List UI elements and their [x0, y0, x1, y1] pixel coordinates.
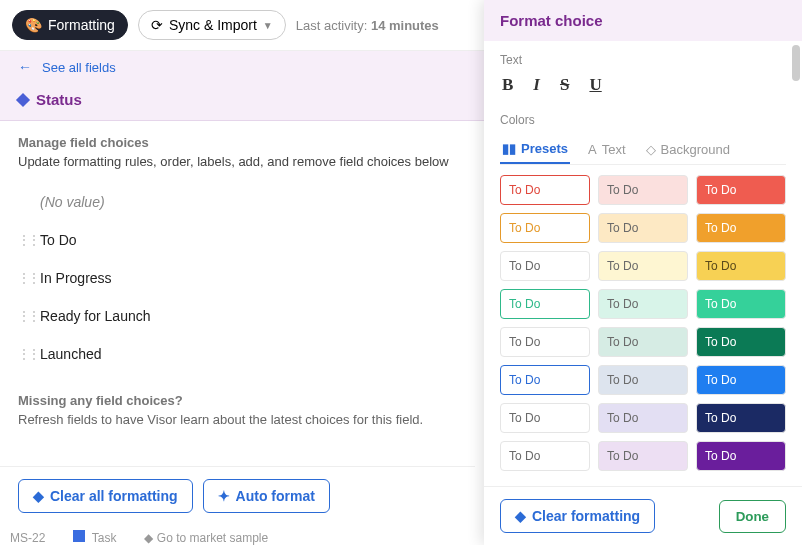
swatch-row: To DoTo DoTo Do [500, 365, 786, 395]
color-preset-swatch[interactable]: To Do [500, 213, 590, 243]
color-preset-swatch[interactable]: To Do [500, 289, 590, 319]
color-preset-swatch[interactable]: To Do [696, 441, 786, 471]
presets-icon: ▮▮ [502, 141, 516, 156]
sync-label: Sync & Import [169, 17, 257, 33]
swatch-row: To DoTo DoTo Do [500, 175, 786, 205]
auto-format-button[interactable]: ✦ Auto format [203, 479, 330, 513]
color-preset-swatch[interactable]: To Do [696, 175, 786, 205]
text-color-icon: A [588, 142, 597, 157]
italic-button[interactable]: I [533, 75, 540, 95]
swatch-row: To DoTo DoTo Do [500, 327, 786, 357]
color-preset-swatch[interactable]: To Do [598, 441, 688, 471]
color-preset-swatch[interactable]: To Do [696, 365, 786, 395]
strikethrough-button[interactable]: S [560, 75, 569, 95]
color-preset-swatch[interactable]: To Do [500, 175, 590, 205]
color-preset-swatch[interactable]: To Do [696, 213, 786, 243]
tab-presets[interactable]: ▮▮ Presets [500, 135, 570, 164]
scrollbar[interactable] [792, 45, 800, 81]
color-preset-swatch[interactable]: To Do [500, 403, 590, 433]
chevron-down-icon: ▼ [263, 20, 273, 31]
background-row-peek: MS-22 Task ◆ Go to market sample [10, 530, 268, 545]
formatting-button[interactable]: 🎨 Formatting [12, 10, 128, 40]
side-panel-title: Format choice [484, 0, 802, 41]
drag-handle-icon[interactable]: ⋮⋮ [18, 233, 32, 247]
side-panel-footer: ◆ Clear formatting Done [484, 486, 802, 545]
bold-button[interactable]: B [502, 75, 513, 95]
checkbox-icon [73, 530, 85, 542]
tab-text[interactable]: A Text [586, 135, 628, 164]
color-preset-swatch[interactable]: To Do [598, 327, 688, 357]
drag-handle-icon[interactable]: ⋮⋮ [18, 309, 32, 323]
color-preset-swatch[interactable]: To Do [598, 403, 688, 433]
text-section-label: Text [500, 53, 786, 67]
color-preset-swatch[interactable]: To Do [696, 251, 786, 281]
color-preset-swatch[interactable]: To Do [598, 365, 688, 395]
color-preset-swatch[interactable]: To Do [598, 289, 688, 319]
color-preset-swatch[interactable]: To Do [500, 441, 590, 471]
swatch-row: To DoTo DoTo Do [500, 403, 786, 433]
back-arrow-icon[interactable]: ← [18, 59, 32, 75]
color-preset-swatch[interactable]: To Do [598, 251, 688, 281]
background-icon: ◇ [646, 142, 656, 157]
drag-handle-icon[interactable]: ⋮⋮ [18, 271, 32, 285]
side-panel-body: Text B I S U Colors ▮▮ Presets A Text ◇ … [484, 41, 802, 486]
swatch-row: To DoTo DoTo Do [500, 251, 786, 281]
clear-all-formatting-button[interactable]: ◆ Clear all formatting [18, 479, 193, 513]
sync-icon: ⟳ [151, 17, 163, 33]
diamond-icon [16, 92, 30, 106]
color-preset-swatch[interactable]: To Do [696, 403, 786, 433]
color-preset-swatch[interactable]: To Do [598, 175, 688, 205]
color-preset-swatch[interactable]: To Do [696, 327, 786, 357]
preset-swatch-grid: To DoTo DoTo DoTo DoTo DoTo DoTo DoTo Do… [500, 175, 786, 471]
swatch-row: To DoTo DoTo Do [500, 213, 786, 243]
clear-formatting-button[interactable]: ◆ Clear formatting [500, 499, 655, 533]
diamond-icon: ◆ [515, 508, 526, 524]
see-all-fields-link[interactable]: See all fields [42, 60, 116, 75]
color-preset-swatch[interactable]: To Do [696, 289, 786, 319]
swatch-row: To DoTo DoTo Do [500, 441, 786, 471]
underline-button[interactable]: U [589, 75, 601, 95]
color-preset-swatch[interactable]: To Do [500, 251, 590, 281]
color-preset-swatch[interactable]: To Do [500, 365, 590, 395]
tab-background[interactable]: ◇ Background [644, 135, 732, 164]
colors-section-label: Colors [500, 113, 786, 127]
swatch-row: To DoTo DoTo Do [500, 289, 786, 319]
wand-icon: ✦ [218, 488, 230, 504]
diamond-icon: ◆ [33, 488, 44, 504]
color-tabs: ▮▮ Presets A Text ◇ Background [500, 135, 786, 165]
formatting-label: Formatting [48, 17, 115, 33]
format-choice-panel: Format choice Text B I S U Colors ▮▮ Pre… [484, 0, 802, 545]
last-activity: Last activity: 14 minutes [296, 18, 439, 33]
sync-import-button[interactable]: ⟳ Sync & Import ▼ [138, 10, 286, 40]
text-format-row: B I S U [500, 75, 786, 95]
done-button[interactable]: Done [719, 500, 786, 533]
field-title: Status [36, 91, 82, 108]
bottom-actions: ◆ Clear all formatting ✦ Auto format [0, 466, 475, 525]
color-preset-swatch[interactable]: To Do [500, 327, 590, 357]
color-preset-swatch[interactable]: To Do [598, 213, 688, 243]
drag-handle-icon[interactable]: ⋮⋮ [18, 347, 32, 361]
palette-icon: 🎨 [25, 17, 42, 33]
